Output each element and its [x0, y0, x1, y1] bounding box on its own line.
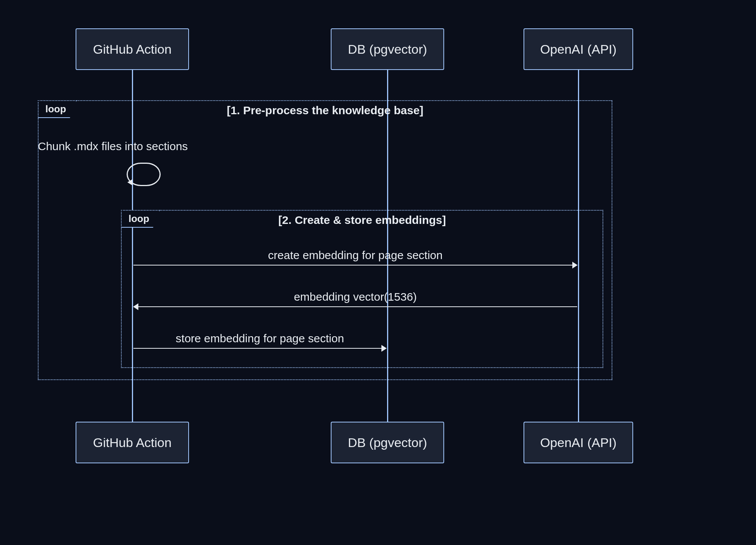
store-embedding-line	[133, 348, 382, 349]
participant-db: DB (pgvector)	[331, 422, 444, 463]
participant-openai-label: OpenAI (API)	[540, 435, 617, 450]
participant-db: DB (pgvector)	[331, 28, 444, 70]
create-embedding-arrowhead	[572, 262, 578, 269]
store-embedding-arrowhead	[381, 345, 387, 352]
participant-github: GitHub Action	[76, 422, 189, 463]
inner-loop-title: [2. Create & store embeddings]	[122, 214, 603, 227]
participant-db-label: DB (pgvector)	[348, 42, 427, 57]
outer-loop-title: [1. Pre-process the knowledge base]	[39, 104, 612, 117]
participant-openai: OpenAI (API)	[524, 422, 633, 463]
participant-openai-label: OpenAI (API)	[540, 42, 617, 57]
store-embedding-label: store embedding for page section	[132, 332, 387, 345]
participant-github-label: GitHub Action	[93, 42, 172, 57]
chunk-message: Chunk .mdx files into sections	[38, 140, 188, 153]
self-loop-arrowhead	[127, 179, 132, 185]
participant-db-label: DB (pgvector)	[348, 435, 427, 450]
participant-github: GitHub Action	[76, 28, 189, 70]
create-embedding-label: create embedding for page section	[132, 249, 578, 262]
embedding-vector-label: embedding vector(1536)	[132, 290, 578, 303]
create-embedding-line	[133, 265, 573, 266]
embedding-vector-line	[138, 306, 577, 307]
participant-openai: OpenAI (API)	[524, 28, 633, 70]
participant-github-label: GitHub Action	[93, 435, 172, 450]
embedding-vector-arrowhead	[133, 303, 138, 310]
